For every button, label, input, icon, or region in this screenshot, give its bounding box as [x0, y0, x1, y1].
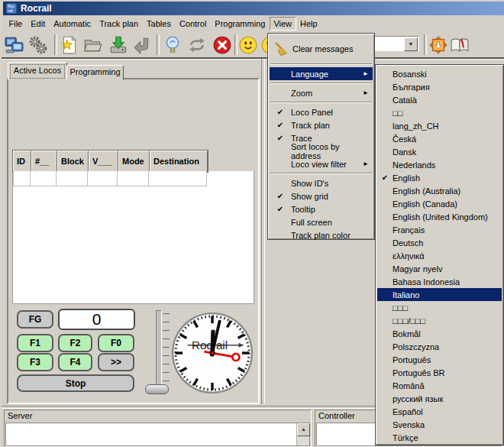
language-item-catala[interactable]: Català	[377, 93, 502, 106]
menu-track-plan[interactable]: Track plan	[95, 17, 143, 31]
toolbar-combobox[interactable]: ▼	[371, 36, 419, 51]
scroll-up-icon[interactable]: ▲	[297, 423, 310, 436]
language-item-polszczyzna[interactable]: Polszczyzna	[377, 340, 502, 353]
emergency-stop-icon[interactable]	[212, 35, 232, 55]
language-item-nederlands[interactable]: Nederlands	[377, 158, 502, 171]
language-item-francais[interactable]: Français	[377, 223, 502, 236]
server-log-area[interactable]: ▲	[5, 423, 310, 446]
menu-item-loco-view-filter[interactable]: Loco view filter ►	[270, 157, 373, 170]
stop-button[interactable]: Stop	[17, 374, 134, 392]
menu-item-sort-locos[interactable]: Sort locos by address	[270, 144, 373, 157]
language-item-bahasa-indonesia[interactable]: Bahasa Indonesia	[377, 275, 502, 288]
menu-item-clear-messages[interactable]: Clear messages	[270, 36, 373, 61]
menu-file[interactable]: File	[5, 17, 27, 31]
language-item-bosanski[interactable]: Bosanski	[377, 67, 502, 80]
cell-mode	[118, 171, 149, 186]
language-item-cjk-3[interactable]: □□□/□□□	[377, 314, 502, 327]
open-workspace-icon[interactable]	[83, 35, 103, 55]
tab-active-locos[interactable]: Active Locos	[8, 62, 67, 80]
booster-spark-icon[interactable]	[428, 35, 448, 55]
server-log-scrollbar[interactable]: ▲	[296, 423, 309, 445]
menu-tables[interactable]: Tables	[143, 17, 176, 31]
speed-slider-ticks	[163, 313, 170, 384]
more-functions-button[interactable]: >>	[98, 353, 134, 371]
language-item-bulgaria[interactable]: България	[377, 80, 502, 93]
menu-item-show-ids[interactable]: Show ID's	[270, 177, 373, 189]
power-lamp-icon[interactable]	[163, 35, 183, 55]
language-item-russian[interactable]: русский язык	[377, 392, 502, 405]
speed-slider-track[interactable]	[156, 310, 162, 390]
menu-item-label: Show grid	[291, 192, 363, 201]
language-item-portugues[interactable]: Português	[377, 353, 502, 366]
menu-item-full-screen[interactable]: Full screen	[270, 215, 373, 228]
help-book-icon[interactable]	[450, 35, 470, 55]
language-item-cjk-1[interactable]: □□	[377, 106, 502, 119]
check-icon: ✔	[270, 192, 291, 200]
language-item-english-australia[interactable]: English (Australia)	[377, 184, 502, 197]
panel-splitter-vertical[interactable]	[261, 59, 265, 404]
menu-item-tooltip[interactable]: ✔ Tooltip	[270, 202, 373, 215]
column-header-number[interactable]: #__	[31, 151, 57, 172]
revert-icon[interactable]	[132, 35, 152, 55]
menu-item-zoom[interactable]: Zoom ►	[270, 86, 373, 99]
language-item-portugues-br[interactable]: Português BR	[377, 366, 502, 379]
happy-face-icon[interactable]	[238, 35, 258, 55]
menu-item-label: Tooltip	[291, 205, 363, 214]
column-header-v[interactable]: V___	[89, 151, 118, 172]
column-header-mode[interactable]: Mode	[118, 151, 150, 172]
menu-item-label: Loco Panel	[291, 108, 363, 117]
f4-button[interactable]: F4	[58, 353, 92, 371]
menu-item-track-plan[interactable]: ✔ Track plan	[270, 118, 373, 131]
menu-item-track-plan-color[interactable]: Track plan color	[270, 228, 373, 241]
language-item-english-canada[interactable]: English (Canada)	[377, 197, 502, 210]
column-header-id[interactable]: ID	[13, 151, 31, 172]
language-item-svenska[interactable]: Svenska	[377, 418, 502, 431]
window-title: Rocrail	[21, 3, 52, 14]
submenu-arrow-icon: ►	[363, 160, 373, 167]
speed-slider-thumb[interactable]	[145, 384, 169, 394]
f3-button[interactable]: F3	[17, 353, 53, 371]
language-item-dansk[interactable]: Dansk	[377, 145, 502, 158]
menu-item-show-grid[interactable]: ✔ Show grid	[270, 189, 373, 202]
menu-view[interactable]: View	[270, 17, 296, 31]
column-header-destination[interactable]: Destination	[150, 151, 208, 172]
menu-edit[interactable]: Edit	[27, 17, 50, 31]
menu-separator	[270, 83, 372, 84]
language-item-bokmal[interactable]: Bokmål	[377, 327, 502, 340]
menu-help[interactable]: Help	[296, 17, 322, 31]
language-item-lang-zh-ch[interactable]: lang_zh_CH	[377, 119, 502, 132]
tab-programming[interactable]: Programming	[66, 65, 124, 80]
menu-programming[interactable]: Programming	[211, 17, 270, 31]
chevron-down-icon[interactable]: ▼	[404, 37, 418, 51]
language-item-espanol[interactable]: Español	[377, 405, 502, 418]
table-row[interactable]	[13, 171, 207, 186]
language-item-english-uk[interactable]: English (United Kingdom)	[377, 210, 502, 223]
f0-button[interactable]: F0	[98, 334, 134, 352]
language-item-deutsch[interactable]: Deutsch	[377, 236, 502, 249]
loco-grid-body[interactable]	[12, 171, 254, 304]
menu-automatic[interactable]: Automatic	[50, 17, 95, 31]
menu-item-label: Language	[291, 70, 363, 79]
language-item-cjk-2[interactable]: □□□	[377, 301, 502, 314]
language-item-turkce[interactable]: Türkçe	[377, 431, 502, 444]
language-item-italiano[interactable]: Italiano	[377, 288, 502, 301]
menu-control[interactable]: Control	[175, 17, 210, 31]
auto-mode-loop-icon[interactable]	[187, 35, 207, 55]
column-header-block[interactable]: Block	[57, 151, 89, 172]
new-workspace-icon[interactable]	[60, 35, 79, 55]
menu-item-loco-panel[interactable]: ✔ Loco Panel	[270, 105, 373, 118]
connect-server-icon[interactable]	[5, 35, 24, 55]
titlebar[interactable]: Roc rail Rocrail	[3, 2, 504, 15]
properties-gears-icon[interactable]	[28, 35, 48, 55]
language-item-english[interactable]: ✔English	[377, 171, 502, 184]
menu-item-language[interactable]: Language ►	[270, 67, 373, 80]
f1-button[interactable]: F1	[17, 334, 53, 352]
save-icon[interactable]	[108, 35, 128, 55]
fg-button[interactable]: FG	[17, 310, 53, 329]
language-item-romana[interactable]: Română	[377, 379, 502, 392]
tab-focus-rect	[10, 64, 65, 79]
language-item-ceska[interactable]: Česká	[377, 132, 502, 145]
f2-button[interactable]: F2	[58, 334, 92, 352]
language-item-magyar[interactable]: Magyar nyelv	[377, 262, 502, 275]
language-item-greek[interactable]: ελληνικά	[377, 249, 502, 262]
